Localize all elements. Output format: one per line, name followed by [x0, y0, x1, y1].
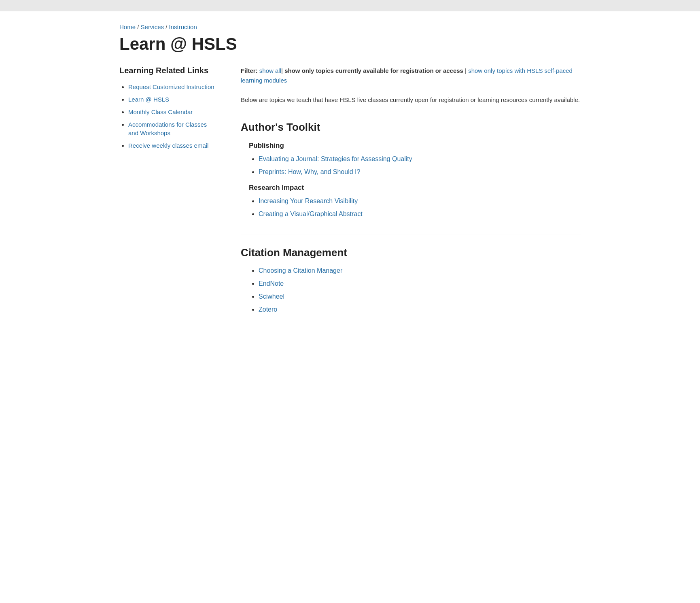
main-layout: Learning Related Links Request Customize… [119, 66, 581, 329]
top-bar [0, 0, 700, 11]
topic-link-zotero[interactable]: Zotero [259, 306, 277, 313]
topic-link-sciwheel[interactable]: Sciwheel [259, 293, 284, 300]
breadcrumb-sep2: / [165, 23, 169, 30]
list-item: Learn @ HSLS [128, 95, 216, 104]
list-item: Preprints: How, Why, and Should I? [259, 168, 581, 176]
filter-sep1: | [281, 67, 284, 74]
topic-link-evaluating-journal[interactable]: Evaluating a Journal: Strategies for Ass… [259, 155, 412, 162]
main-content: Filter: show all| show only topics curre… [241, 66, 581, 329]
list-item: Receive weekly classes email [128, 141, 216, 150]
section-divider [241, 234, 581, 234]
topic-link-visual-abstract[interactable]: Creating a Visual/Graphical Abstract [259, 210, 363, 217]
sidebar-link-0[interactable]: Request Customized Instruction [128, 83, 214, 90]
sidebar-link-2[interactable]: Monthly Class Calendar [128, 108, 193, 115]
topic-list-citation: Choosing a Citation Manager EndNote Sciw… [241, 267, 581, 313]
list-item: EndNote [259, 280, 581, 287]
section-heading-citation-management: Citation Management [241, 246, 581, 259]
section-citation-management: Citation Management Choosing a Citation … [241, 246, 581, 313]
subsection-heading-publishing: Publishing [241, 142, 581, 150]
breadcrumb-sep1: / [137, 23, 140, 30]
section-authors-toolkit: Author's Toolkit Publishing Evaluating a… [241, 121, 581, 218]
list-item: Increasing Your Research Visibility [259, 197, 581, 205]
sidebar-link-1[interactable]: Learn @ HSLS [128, 96, 169, 103]
sidebar-heading: Learning Related Links [119, 66, 216, 75]
page-wrapper: Home / Services / Instruction Learn @ HS… [107, 11, 593, 354]
filter-sep2: | [465, 67, 468, 74]
list-item: Monthly Class Calendar [128, 108, 216, 116]
list-item: Choosing a Citation Manager [259, 267, 581, 274]
sidebar-links-list: Request Customized Instruction Learn @ H… [119, 83, 216, 150]
subsection-research-impact: Research Impact Increasing Your Research… [241, 184, 581, 218]
filter-bar: Filter: show all| show only topics curre… [241, 66, 581, 85]
subsection-heading-research-impact: Research Impact [241, 184, 581, 192]
section-heading-authors-toolkit: Author's Toolkit [241, 121, 581, 134]
sidebar-link-3[interactable]: Accommodations for Classes and Workshops [128, 121, 207, 136]
topic-link-choosing-citation[interactable]: Choosing a Citation Manager [259, 267, 342, 274]
breadcrumb-instruction[interactable]: Instruction [169, 23, 197, 30]
filter-label: Filter: [241, 67, 258, 74]
topic-link-research-visibility[interactable]: Increasing Your Research Visibility [259, 197, 358, 204]
topic-list-publishing: Evaluating a Journal: Strategies for Ass… [241, 155, 581, 176]
subsection-publishing: Publishing Evaluating a Journal: Strateg… [241, 142, 581, 176]
breadcrumb-home[interactable]: Home [119, 23, 136, 30]
list-item: Creating a Visual/Graphical Abstract [259, 210, 581, 218]
breadcrumb-services[interactable]: Services [141, 23, 164, 30]
topic-link-endnote[interactable]: EndNote [259, 280, 284, 287]
filter-show-all[interactable]: show all [259, 67, 281, 74]
description-text: Below are topics we teach that have HSLS… [241, 95, 581, 105]
page-title: Learn @ HSLS [119, 34, 581, 54]
filter-active-text: show only topics currently available for… [284, 67, 463, 74]
list-item: Evaluating a Journal: Strategies for Ass… [259, 155, 581, 163]
breadcrumb: Home / Services / Instruction [119, 23, 581, 30]
topic-list-research-impact: Increasing Your Research Visibility Crea… [241, 197, 581, 218]
sidebar-link-4[interactable]: Receive weekly classes email [128, 142, 208, 149]
list-item: Zotero [259, 306, 581, 313]
topic-link-preprints[interactable]: Preprints: How, Why, and Should I? [259, 168, 360, 175]
subsection-citation-tools: Choosing a Citation Manager EndNote Sciw… [241, 267, 581, 313]
list-item: Accommodations for Classes and Workshops [128, 120, 216, 137]
list-item: Sciwheel [259, 293, 581, 300]
sidebar: Learning Related Links Request Customize… [119, 66, 216, 329]
list-item: Request Customized Instruction [128, 83, 216, 91]
